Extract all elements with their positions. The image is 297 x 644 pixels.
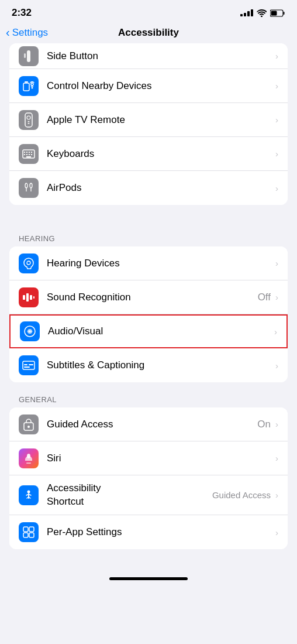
guided-access-label: Guided Access [47,419,257,430]
svg-rect-9 [25,113,32,127]
hearing-devices-icon [19,254,39,273]
battery-icon [270,9,285,17]
back-chevron-icon: ‹ [6,26,10,39]
general-section-label: GENERAL [9,382,288,407]
list-item-keyboards[interactable]: Keyboards › [9,137,288,171]
hearing-devices-chevron: › [275,258,278,268]
hearing-section-list: Hearing Devices › Sound Recognition Off … [9,246,288,382]
svg-point-23 [25,183,27,188]
wifi-icon [257,9,267,17]
siri-icon [19,448,39,468]
svg-rect-17 [31,152,32,153]
apple-tv-label: Apple TV Remote [47,114,273,126]
per-app-chevron: › [275,527,278,537]
apple-tv-chevron: › [275,115,278,125]
per-app-icon [19,522,39,542]
subtitles-chevron: › [275,361,278,371]
control-nearby-icon [19,76,39,96]
svg-rect-5 [23,83,29,91]
back-button[interactable]: ‹ Settings [6,26,48,39]
page-title: Accessibility [118,27,179,39]
svg-rect-2 [271,11,277,15]
svg-rect-4 [24,53,26,58]
back-label: Settings [12,27,48,39]
control-nearby-label: Control Nearby Devices [47,80,273,92]
accessibility-shortcut-chevron: › [275,490,278,500]
list-item-per-app[interactable]: Per-App Settings › [9,515,288,549]
svg-rect-31 [33,296,34,299]
svg-rect-12 [28,123,30,124]
svg-rect-1 [284,12,285,15]
airpods-chevron: › [275,183,278,193]
status-bar: 2:32 [0,0,297,22]
list-item-control-nearby[interactable]: Control Nearby Devices › [9,69,288,103]
svg-rect-45 [23,527,28,532]
signal-icon [240,9,253,16]
general-section-list: Guided Access On › Siri › [9,407,288,549]
list-item-side-button[interactable]: Side Button › [9,43,288,69]
svg-rect-3 [27,50,30,62]
sound-recognition-label: Sound Recognition [47,292,258,303]
svg-rect-30 [30,295,32,300]
svg-rect-15 [26,152,27,153]
svg-rect-18 [24,154,25,155]
home-bar [109,577,188,580]
nav-bar: ‹ Settings Accessibility [0,22,297,43]
hearing-devices-label: Hearing Devices [47,258,273,269]
general-section: GENERAL Guided Access On › [9,382,288,549]
side-button-icon [19,46,39,66]
svg-rect-46 [29,527,34,532]
list-item-sound-recognition[interactable]: Sound Recognition Off › [9,280,288,314]
svg-rect-21 [31,154,32,155]
sound-recognition-chevron: › [275,292,278,302]
svg-point-7 [31,83,33,85]
svg-point-41 [27,426,30,428]
keyboards-icon [19,144,39,164]
apple-tv-icon [19,110,39,130]
svg-rect-20 [29,154,30,155]
svg-rect-28 [23,295,25,300]
airpods-icon [19,178,39,198]
svg-rect-37 [24,364,27,365]
top-section: Side Button › Control Nearby Devices › [9,43,288,205]
guided-access-icon [19,415,39,434]
subtitles-label: Subtitles & Captioning [47,359,273,371]
svg-point-25 [30,183,32,188]
list-item-audio-visual[interactable]: Audio/Visual › [9,314,288,348]
side-button-chevron: › [275,51,278,61]
list-item-airpods[interactable]: AirPods › [9,171,288,205]
svg-rect-47 [23,533,28,537]
keyboards-label: Keyboards [47,148,273,160]
keyboards-chevron: › [275,149,278,159]
hearing-section-label: HEARING [9,221,288,246]
list-item-guided-access[interactable]: Guided Access On › [9,407,288,441]
home-indicator [0,568,297,585]
list-item-siri[interactable]: Siri › [9,441,288,475]
svg-rect-16 [29,152,30,153]
guided-access-chevron: › [275,419,278,429]
svg-rect-19 [26,154,27,155]
svg-rect-6 [25,81,28,83]
svg-rect-29 [26,293,29,302]
list-item-hearing-devices[interactable]: Hearing Devices › [9,246,288,280]
list-item-subtitles[interactable]: Subtitles & Captioning › [9,348,288,382]
list-item-accessibility-shortcut[interactable]: AccessibilityShortcut Guided Access › [9,475,288,515]
sound-recognition-icon [19,287,39,307]
accessibility-shortcut-label: AccessibilityShortcut [47,482,212,508]
svg-point-44 [27,490,30,493]
svg-rect-22 [26,156,31,157]
svg-point-10 [27,116,30,119]
siri-chevron: › [275,453,278,463]
list-item-apple-tv[interactable]: Apple TV Remote › [9,103,288,137]
svg-rect-11 [28,121,30,122]
svg-point-8 [32,87,33,88]
audio-visual-label: Audio/Visual [48,326,272,337]
accessibility-shortcut-icon [19,485,39,505]
svg-point-27 [27,261,30,265]
siri-label: Siri [47,453,273,464]
svg-rect-35 [27,331,33,332]
svg-rect-43 [26,463,31,464]
accessibility-shortcut-labels: AccessibilityShortcut [47,482,212,508]
svg-rect-48 [29,533,34,537]
audio-visual-chevron: › [274,327,277,337]
